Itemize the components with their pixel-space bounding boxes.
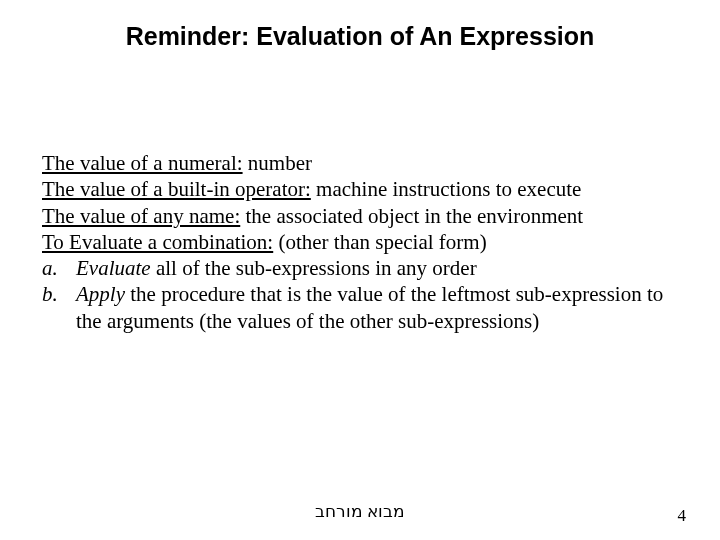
steps-list: a. Evaluate all of the sub-expressions i… [42, 255, 680, 334]
slide-title: Reminder: Evaluation of An Expression [0, 22, 720, 51]
step-a-em: Evaluate [76, 256, 151, 280]
line-numeral: The value of a numeral: number [42, 150, 680, 176]
value-combination: (other than special form) [273, 230, 486, 254]
step-a-rest: all of the sub-expressions in any order [151, 256, 477, 280]
step-b-rest: the procedure that is the value of the l… [76, 282, 663, 332]
page-number: 4 [678, 506, 687, 526]
value-operator: machine instructions to execute [311, 177, 582, 201]
step-b-label: b. [42, 281, 76, 307]
line-combination: To Evaluate a combination: (other than s… [42, 229, 680, 255]
line-name: The value of any name: the associated ob… [42, 203, 680, 229]
step-a: a. Evaluate all of the sub-expressions i… [42, 255, 680, 281]
step-a-label: a. [42, 255, 76, 281]
value-name: the associated object in the environment [240, 204, 583, 228]
line-operator: The value of a built-in operator: machin… [42, 176, 680, 202]
label-numeral: The value of a numeral: [42, 151, 243, 175]
step-b-body: Apply the procedure that is the value of… [76, 281, 680, 334]
value-numeral: number [243, 151, 312, 175]
step-b: b. Apply the procedure that is the value… [42, 281, 680, 334]
label-combination: To Evaluate a combination: [42, 230, 273, 254]
footer-center-text: מבוא מורחב [0, 501, 720, 522]
slide-content: The value of a numeral: number The value… [42, 150, 680, 334]
label-name: The value of any name: [42, 204, 240, 228]
label-operator: The value of a built-in operator: [42, 177, 311, 201]
step-b-em: Apply [76, 282, 125, 306]
step-a-body: Evaluate all of the sub-expressions in a… [76, 255, 680, 281]
